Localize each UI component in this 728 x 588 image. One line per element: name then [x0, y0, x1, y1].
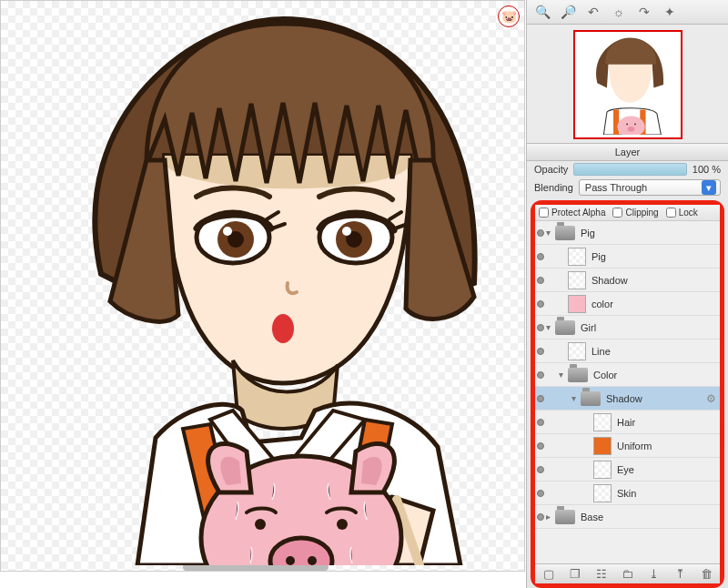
svg-point-10 — [255, 519, 266, 530]
disclosure-icon[interactable]: ▾ — [559, 370, 568, 380]
blending-label: Blending — [534, 182, 573, 193]
protect-alpha-checkbox[interactable]: Protect Alpha — [539, 208, 605, 218]
svg-point-14 — [308, 556, 317, 565]
svg-point-8 — [272, 314, 294, 343]
layer-row[interactable]: ▸Base — [535, 505, 720, 529]
move-up-icon[interactable]: ⤒ — [673, 567, 688, 582]
layer-thumbnail — [568, 342, 586, 360]
canvas[interactable]: 🐷 — [0, 0, 525, 572]
layer-label: Pig — [592, 251, 716, 262]
merge-down-icon[interactable]: ⤓ — [647, 567, 662, 582]
brightness-icon[interactable]: ☼ — [611, 4, 627, 20]
layers-highlight-frame: Protect Alpha Clipping Lock ▾PigPigShado… — [531, 200, 724, 588]
blending-value: Pass Through — [585, 182, 647, 193]
layer-row[interactable]: ▾Shadow⚙ — [535, 387, 720, 411]
layer-label: Uniform — [617, 441, 716, 451]
layer-row[interactable]: Pig — [535, 245, 720, 269]
layer-row[interactable]: Uniform — [535, 434, 720, 458]
new-layer-icon[interactable]: ▢ — [541, 567, 556, 582]
layer-row[interactable]: Shadow — [535, 269, 720, 292]
zoom-in-icon[interactable]: 🔎 — [560, 4, 576, 20]
new-folder-icon[interactable]: 🗀 — [621, 567, 635, 582]
duplicate-layer-icon[interactable]: ❐ — [568, 567, 582, 582]
folder-icon — [581, 391, 601, 406]
svg-point-3 — [223, 227, 232, 236]
opacity-row: Opacity 100 % — [527, 161, 728, 177]
layer-label: Eye — [617, 464, 716, 475]
layer-options-row: Protect Alpha Clipping Lock — [535, 205, 720, 221]
disclosure-icon[interactable]: ▾ — [546, 228, 555, 238]
visibility-toggle[interactable] — [535, 316, 546, 340]
layer-thumbnail — [593, 461, 612, 479]
visibility-toggle[interactable] — [535, 221, 546, 245]
layer-row[interactable]: Eye — [535, 458, 720, 482]
visibility-toggle[interactable] — [535, 458, 546, 482]
folder-icon — [555, 510, 575, 524]
folder-icon — [568, 368, 588, 382]
layer-tree[interactable]: ▾PigPigShadowcolor▾GirlLine▾Color▾Shadow… — [535, 221, 720, 563]
panel-title: Layer — [527, 143, 728, 161]
layer-row[interactable]: color — [535, 292, 720, 316]
navigator-toolbar: 🔍 🔎 ↶ ☼ ↷ ✦ — [527, 0, 728, 25]
svg-rect-15 — [613, 110, 619, 136]
blending-select[interactable]: Pass Through ▾ — [579, 179, 721, 196]
layer-row[interactable]: Line — [535, 340, 720, 363]
disclosure-icon[interactable]: ▸ — [546, 512, 555, 522]
layer-label: Base — [581, 512, 716, 522]
visibility-toggle[interactable] — [535, 482, 546, 505]
visibility-toggle[interactable] — [535, 387, 546, 411]
svg-point-7 — [342, 227, 351, 236]
visibility-toggle[interactable] — [535, 245, 546, 269]
folder-icon — [555, 226, 575, 240]
visibility-toggle[interactable] — [535, 292, 546, 316]
trash-icon[interactable]: 🗑 — [700, 567, 714, 582]
layer-thumbnail — [593, 413, 612, 431]
visibility-toggle[interactable] — [535, 363, 546, 387]
layer-label: Line — [592, 346, 716, 357]
lock-checkbox[interactable]: Lock — [666, 208, 698, 218]
zoom-out-icon[interactable]: 🔍 — [534, 4, 551, 20]
layer-row[interactable]: Skin — [535, 482, 720, 505]
visibility-toggle[interactable] — [535, 505, 546, 529]
svg-point-19 — [634, 124, 636, 126]
layer-thumbnail — [568, 248, 586, 266]
opacity-value: 100 % — [693, 164, 721, 175]
disclosure-icon[interactable]: ▾ — [571, 393, 581, 403]
svg-point-12 — [270, 538, 332, 565]
navigator-preview[interactable] — [573, 30, 682, 139]
layer-label: Shadow — [606, 393, 703, 404]
layer-label: Skin — [617, 488, 716, 499]
visibility-toggle[interactable] — [535, 340, 546, 363]
svg-point-11 — [337, 519, 348, 530]
wand-icon[interactable]: ✦ — [662, 4, 678, 20]
rotate-cw-icon[interactable]: ↷ — [636, 4, 652, 20]
layer-row[interactable]: ▾Girl — [535, 316, 720, 340]
svg-point-18 — [626, 124, 628, 126]
gear-icon[interactable]: ⚙ — [706, 392, 716, 405]
visibility-toggle[interactable] — [535, 411, 546, 434]
layer-thumbnail — [593, 484, 612, 502]
visibility-toggle[interactable] — [535, 269, 546, 292]
visibility-toggle[interactable] — [535, 434, 546, 458]
folder-icon — [555, 320, 575, 335]
artwork — [28, 1, 520, 565]
layer-label: Shadow — [592, 275, 716, 286]
rotate-ccw-icon[interactable]: ↶ — [585, 4, 602, 20]
chevron-down-icon: ▾ — [702, 180, 716, 195]
layer-label: Color — [593, 370, 716, 380]
disclosure-icon[interactable]: ▾ — [546, 322, 555, 332]
opacity-slider[interactable] — [573, 163, 687, 176]
clipping-checkbox[interactable]: Clipping — [612, 208, 658, 218]
layer-ops-toolbar: ▢ ❐ ☷ 🗀 ⤓ ⤒ 🗑 — [535, 563, 720, 583]
layer-label: Pig — [581, 228, 716, 238]
layer-label: color — [592, 299, 716, 309]
layer-row[interactable]: ▾Pig — [535, 221, 720, 245]
layer-row[interactable]: Hair — [535, 411, 720, 434]
layer-settings-icon[interactable]: ☷ — [594, 567, 609, 582]
layer-label: Girl — [581, 322, 716, 333]
layer-thumbnail — [568, 271, 586, 289]
blending-row: Blending Pass Through ▾ — [527, 177, 728, 198]
layer-thumbnail — [568, 295, 586, 313]
layer-row[interactable]: ▾Color — [535, 363, 720, 387]
layer-label: Hair — [617, 417, 716, 428]
